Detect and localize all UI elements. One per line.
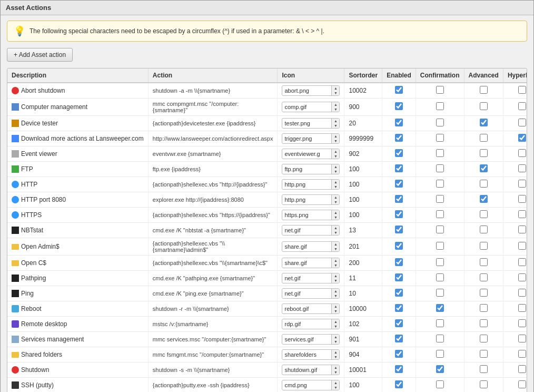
advanced-checkbox[interactable]	[480, 86, 488, 94]
advanced-cell[interactable]	[464, 116, 503, 131]
icon-cell[interactable]: ▲ ▼	[278, 347, 344, 362]
confirmation-cell[interactable]	[416, 223, 464, 238]
icon-cell[interactable]: ▲ ▼	[278, 223, 344, 238]
icon-input-wrap[interactable]: ▲ ▼	[282, 258, 340, 268]
icon-input[interactable]	[282, 226, 331, 234]
icon-spinners[interactable]: ▲ ▼	[331, 335, 339, 344]
icon-input[interactable]	[282, 381, 331, 389]
confirmation-cell[interactable]	[416, 301, 464, 317]
icon-cell[interactable]: ▲ ▼	[278, 177, 344, 192]
spinner-up[interactable]: ▲	[332, 273, 339, 278]
hyperlink-checkbox[interactable]	[518, 289, 526, 297]
hyperlink-cell[interactable]	[503, 378, 527, 393]
spinner-up[interactable]: ▲	[332, 380, 339, 385]
confirmation-cell[interactable]	[416, 362, 464, 378]
icon-spinners[interactable]: ▲ ▼	[331, 180, 339, 189]
hyperlink-checkbox[interactable]	[518, 304, 526, 312]
icon-cell[interactable]: ▲ ▼	[278, 192, 344, 208]
enabled-cell[interactable]	[382, 286, 416, 301]
icon-cell[interactable]: ▲ ▼	[278, 301, 344, 317]
confirmation-cell[interactable]	[416, 238, 464, 256]
icon-cell[interactable]: ▲ ▼	[278, 162, 344, 177]
spinner-up[interactable]: ▲	[332, 289, 339, 293]
icon-spinners[interactable]: ▲ ▼	[331, 304, 339, 313]
icon-spinners[interactable]: ▲ ▼	[331, 149, 339, 159]
enabled-cell[interactable]	[382, 116, 416, 131]
spinner-up[interactable]: ▲	[332, 195, 339, 200]
hyperlink-checkbox[interactable]	[518, 226, 526, 233]
confirmation-cell[interactable]	[416, 208, 464, 223]
hyperlink-checkbox[interactable]	[518, 258, 526, 266]
hyperlink-cell[interactable]	[503, 238, 527, 256]
icon-input[interactable]	[282, 211, 331, 219]
icon-spinners[interactable]: ▲ ▼	[331, 226, 339, 235]
hyperlink-checkbox[interactable]	[518, 180, 526, 188]
confirmation-checkbox[interactable]	[436, 258, 444, 266]
confirmation-checkbox[interactable]	[436, 195, 444, 203]
hyperlink-cell[interactable]	[503, 286, 527, 301]
confirmation-cell[interactable]	[416, 192, 464, 208]
icon-input[interactable]	[282, 134, 331, 143]
confirmation-cell[interactable]	[416, 83, 464, 99]
hyperlink-cell[interactable]	[503, 347, 527, 362]
hyperlink-cell[interactable]	[503, 116, 527, 131]
hyperlink-cell[interactable]	[503, 223, 527, 238]
icon-spinners[interactable]: ▲ ▼	[331, 119, 339, 128]
enabled-checkbox[interactable]	[395, 102, 403, 110]
icon-spinners[interactable]: ▲ ▼	[331, 134, 339, 143]
confirmation-checkbox[interactable]	[436, 380, 444, 388]
advanced-checkbox[interactable]	[480, 258, 488, 266]
enabled-checkbox[interactable]	[395, 380, 403, 388]
icon-input-wrap[interactable]: ▲ ▼	[282, 303, 340, 314]
advanced-cell[interactable]	[464, 208, 503, 223]
icon-input[interactable]	[282, 366, 331, 374]
icon-cell[interactable]: ▲ ▼	[278, 131, 344, 146]
icon-input[interactable]	[282, 165, 331, 173]
icon-cell[interactable]: ▲ ▼	[278, 238, 344, 256]
spinner-down[interactable]: ▼	[332, 263, 339, 268]
spinner-down[interactable]: ▼	[332, 169, 339, 174]
enabled-cell[interactable]	[382, 378, 416, 393]
spinner-down[interactable]: ▼	[332, 370, 339, 375]
hyperlink-cell[interactable]	[503, 146, 527, 162]
hyperlink-cell[interactable]	[503, 317, 527, 332]
icon-spinners[interactable]: ▲ ▼	[331, 242, 339, 251]
icon-input[interactable]	[282, 335, 331, 344]
advanced-checkbox[interactable]	[480, 380, 488, 388]
spinner-down[interactable]: ▼	[332, 385, 339, 390]
confirmation-checkbox[interactable]	[436, 210, 444, 218]
hyperlink-checkbox[interactable]	[518, 365, 526, 373]
confirmation-cell[interactable]	[416, 162, 464, 177]
icon-cell[interactable]: ▲ ▼	[278, 116, 344, 131]
advanced-checkbox[interactable]	[480, 164, 488, 172]
enabled-checkbox[interactable]	[395, 319, 403, 327]
spinner-down[interactable]: ▼	[332, 293, 339, 298]
icon-input-wrap[interactable]: ▲ ▼	[282, 194, 340, 205]
icon-input[interactable]	[282, 305, 331, 313]
icon-cell[interactable]: ▲ ▼	[278, 317, 344, 332]
advanced-checkbox[interactable]	[480, 319, 488, 327]
enabled-cell[interactable]	[382, 301, 416, 317]
spinner-down[interactable]: ▼	[332, 309, 339, 313]
icon-input-wrap[interactable]: ▲ ▼	[282, 85, 340, 96]
enabled-checkbox[interactable]	[395, 195, 403, 203]
confirmation-cell[interactable]	[416, 131, 464, 146]
advanced-cell[interactable]	[464, 256, 503, 271]
confirmation-checkbox[interactable]	[436, 289, 444, 297]
advanced-checkbox[interactable]	[480, 119, 488, 126]
advanced-checkbox[interactable]	[480, 335, 488, 342]
confirmation-cell[interactable]	[416, 332, 464, 347]
icon-input[interactable]	[282, 150, 331, 158]
hyperlink-cell[interactable]	[503, 131, 527, 146]
enabled-checkbox[interactable]	[395, 180, 403, 188]
icon-input-wrap[interactable]: ▲ ▼	[282, 319, 340, 329]
spinner-down[interactable]: ▼	[332, 339, 339, 344]
icon-cell[interactable]: ▲ ▼	[278, 271, 344, 286]
enabled-checkbox[interactable]	[395, 226, 403, 233]
advanced-cell[interactable]	[464, 131, 503, 146]
enabled-checkbox[interactable]	[395, 134, 403, 142]
enabled-checkbox[interactable]	[395, 304, 403, 312]
hyperlink-cell[interactable]	[503, 99, 527, 116]
spinner-up[interactable]: ▲	[332, 180, 339, 184]
hyperlink-checkbox[interactable]	[518, 350, 526, 358]
